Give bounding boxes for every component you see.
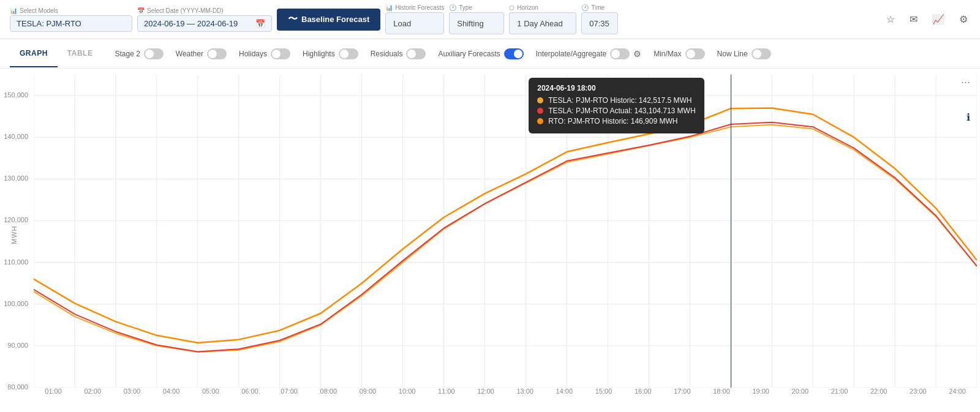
auxiliary-toggle[interactable] [504, 48, 524, 59]
x-tick-24:00: 24:00 [938, 388, 977, 400]
historic-field-group: 📊 Historic Forecasts Load [385, 4, 444, 34]
x-tick-17:00: 17:00 [663, 388, 702, 400]
tab-graph[interactable]: GRAPH [10, 40, 58, 67]
x-tick-15:00: 15:00 [584, 388, 623, 400]
mail-button[interactable]: ✉ [907, 11, 920, 28]
tab-group: GRAPH TABLE [10, 40, 102, 67]
x-tick-11:00: 11:00 [427, 388, 466, 400]
y-tick-110000: 110,000 [4, 258, 28, 266]
chart-container: MWH 2024-06-19 18:00 TESLA: PJM-RTO Hist… [0, 69, 980, 412]
settings-button[interactable]: ⚙ [957, 11, 970, 28]
historic-label: 📊 Historic Forecasts [385, 4, 444, 11]
controls-bar: GRAPH TABLE Stage 2 Weather Holidays Hig… [0, 39, 980, 69]
star-button[interactable]: ☆ [884, 11, 897, 28]
model-select[interactable]: TESLA: PJM-RTO [10, 15, 132, 32]
x-tick-08:00: 08:00 [309, 388, 348, 400]
minmax-toggle[interactable] [685, 48, 705, 59]
time-label: 🕐 Time [581, 4, 618, 11]
y-tick-90000: 90,000 [7, 342, 28, 349]
x-tick-09:00: 09:00 [348, 388, 387, 400]
y-tick-150000: 150,000 [4, 91, 28, 99]
x-tick-10:00: 10:00 [388, 388, 427, 400]
x-tick-01:00: 01:00 [34, 388, 73, 400]
bar-icon: 📊 [385, 4, 393, 11]
date-select[interactable]: 2024-06-19 — 2024-06-19 📅 [137, 15, 272, 32]
stage2-toggle-group: Stage 2 [115, 48, 163, 59]
date-label: 📅 Select Date (YYYY-MM-DD) [137, 7, 272, 14]
x-tick-12:00: 12:00 [466, 388, 505, 400]
time-value[interactable]: 07:35 [581, 12, 618, 34]
chart-icon: 📊 [10, 7, 17, 14]
time-field-group: 🕐 Time 07:35 [581, 4, 618, 34]
highlights-label: Highlights [303, 50, 335, 58]
tab-table[interactable]: TABLE [58, 40, 103, 67]
calendar-icon-label: 📅 [137, 7, 145, 14]
weather-toggle[interactable] [207, 48, 227, 59]
x-tick-19:00: 19:00 [741, 388, 780, 400]
model-field-group: 📊 Select Models TESLA: PJM-RTO [10, 7, 132, 32]
x-tick-13:00: 13:00 [505, 388, 545, 400]
highlights-toggle[interactable] [339, 48, 358, 59]
more-options-button[interactable]: ··· [961, 76, 970, 89]
x-tick-02:00: 02:00 [73, 388, 112, 400]
residuals-toggle[interactable] [406, 48, 426, 59]
x-tick-03:00: 03:00 [112, 388, 151, 400]
clock-icon: 🕐 [449, 4, 456, 11]
x-tick-21:00: 21:00 [820, 388, 859, 400]
baseline-forecast-button[interactable]: 〜 Baseline Forecast [277, 9, 380, 31]
minmax-toggle-group: Min/Max [654, 48, 704, 59]
date-field-group: 📅 Select Date (YYYY-MM-DD) 2024-06-19 — … [137, 7, 272, 32]
x-tick-06:00: 06:00 [230, 388, 270, 400]
top-actions: ☆ ✉ 📈 ⚙ [884, 11, 970, 28]
bar-chart-button[interactable]: 📈 [930, 11, 947, 28]
holidays-label: Holidays [239, 50, 267, 58]
stage2-toggle[interactable] [144, 48, 164, 59]
info-button[interactable]: ℹ [967, 111, 970, 123]
weather-label: Weather [176, 50, 203, 58]
interpolate-toggle-group: Interpolate/Aggregate ⚙ [536, 48, 641, 59]
calendar-icon: 📅 [255, 19, 265, 28]
nowline-label: Now Line [717, 50, 748, 58]
trend-icon: 〜 [288, 13, 298, 26]
x-tick-23:00: 23:00 [899, 388, 938, 400]
x-tick-20:00: 20:00 [780, 388, 820, 400]
residuals-label: Residuals [371, 50, 403, 58]
weather-toggle-group: Weather [176, 48, 227, 59]
residuals-toggle-group: Residuals [371, 48, 426, 59]
time-icon: 🕐 [581, 4, 589, 11]
horizon-field-group: ⬡ Horizon 1 Day Ahead [509, 4, 576, 34]
horizon-value[interactable]: 1 Day Ahead [509, 12, 576, 34]
model-label: 📊 Select Models [10, 7, 132, 14]
historic-value[interactable]: Load [385, 12, 444, 34]
y-tick-80000: 80,000 [7, 383, 28, 391]
chart-canvas[interactable] [34, 75, 977, 388]
x-tick-16:00: 16:00 [624, 388, 663, 400]
chart-wrapper: MWH 2024-06-19 18:00 TESLA: PJM-RTO Hist… [0, 69, 980, 412]
x-tick-07:00: 07:00 [270, 388, 309, 400]
type-field-group: 🕐 Type Shifting [449, 4, 504, 34]
auxiliary-toggle-group: Auxiliary Forecasts [438, 48, 523, 59]
x-tick-04:00: 04:00 [152, 388, 191, 400]
y-tick-130000: 130,000 [4, 174, 28, 182]
x-tick-22:00: 22:00 [859, 388, 899, 400]
interpolate-label: Interpolate/Aggregate [536, 50, 606, 58]
y-tick-120000: 120,000 [4, 216, 28, 223]
nowline-toggle[interactable] [752, 48, 771, 59]
auxiliary-label: Auxiliary Forecasts [438, 50, 500, 58]
type-value[interactable]: Shifting [449, 12, 504, 34]
interpolate-gear-icon[interactable]: ⚙ [633, 49, 641, 59]
x-tick-14:00: 14:00 [545, 388, 584, 400]
interpolate-toggle[interactable] [610, 48, 630, 59]
x-tick-18:00: 18:00 [702, 388, 741, 400]
minmax-label: Min/Max [654, 50, 681, 58]
highlights-toggle-group: Highlights [303, 48, 358, 59]
type-label: 🕐 Type [449, 4, 504, 11]
nowline-toggle-group: Now Line [717, 48, 771, 59]
top-bar: 📊 Select Models TESLA: PJM-RTO 📅 Select … [0, 0, 980, 39]
horizon-icon: ⬡ [509, 4, 514, 11]
holidays-toggle-group: Holidays [239, 48, 290, 59]
x-tick-05:00: 05:00 [191, 388, 230, 400]
holidays-toggle[interactable] [271, 48, 290, 59]
horizon-label: ⬡ Horizon [509, 4, 576, 11]
y-tick-140000: 140,000 [4, 133, 28, 140]
